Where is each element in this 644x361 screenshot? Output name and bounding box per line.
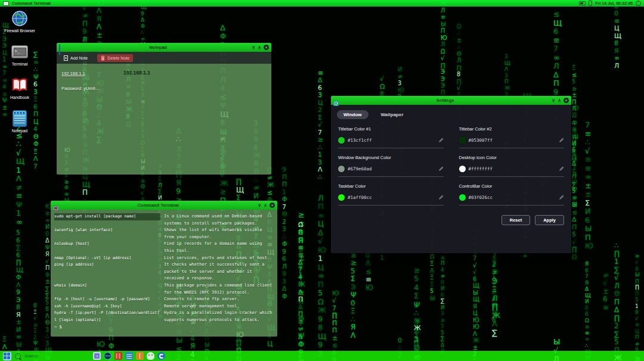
terminal-description: It checks whether it successfully sent a… (164, 262, 274, 282)
color-swatch[interactable] (459, 194, 466, 201)
notepad-blue-icon[interactable] (125, 352, 133, 360)
photos-red-icon[interactable] (114, 352, 122, 360)
browser-swirl-icon[interactable] (157, 352, 165, 360)
settings-window: Settings ∨ ∧ × Window Wallpaper Titlebar… (331, 96, 571, 253)
desktop-icon-label: Notepad (12, 129, 27, 133)
setting-titlebar-color-1: Titlebar Color #1 #13cf1cff (338, 126, 444, 148)
active-window-icon (3, 1, 9, 6)
color-input[interactable]: #1aff00cc (338, 192, 444, 206)
maximize-icon[interactable]: ∧ (258, 45, 261, 50)
color-swatch[interactable] (459, 137, 466, 144)
apply-button[interactable]: Apply (535, 215, 564, 225)
notepad-window: Notepad ∨ ∧ × Add Note Delete Note 192.1… (57, 43, 271, 175)
terminal-titlebar[interactable]: Command Terminal ∨ ∧ × (51, 201, 277, 210)
note-list-item[interactable]: Password: yUm9... (61, 86, 113, 91)
terminal-command: nslookup [host] (54, 241, 160, 248)
notepad-titlebar[interactable]: Notepad ∨ ∧ × (57, 43, 271, 52)
note-list-item[interactable]: 192.168.1.1 (61, 71, 113, 76)
start-menu-button[interactable] (3, 352, 11, 360)
settings-titlebar[interactable]: Settings ∨ ∧ × (331, 96, 571, 105)
gear-icon (333, 98, 339, 103)
edit-pencil-icon[interactable] (559, 192, 564, 203)
terminal-entry: nslookup [host] Find ip records for a do… (54, 241, 274, 254)
setting-controlbar-color: ControlBar Color #03f026cc (459, 183, 565, 206)
terminal-entry: iwconfig [wlan interface] Shows the list… (54, 227, 274, 241)
settings-tabs: Window Wallpaper (331, 105, 571, 122)
color-swatch[interactable] (338, 194, 345, 201)
globe-icon[interactable] (104, 352, 112, 360)
terminal-command: whois [domain] (54, 282, 160, 290)
terminal-command: hydra -T [ip:port] -P [/destination/word… (54, 310, 160, 323)
close-button[interactable]: × (270, 203, 275, 208)
minimize-icon[interactable]: ∨ (252, 45, 255, 50)
desktop-icon-terminal[interactable]: >_ Terminal (2, 43, 37, 76)
setting-titlebar-color-2: Titlebar Color #2 #053007ff (459, 126, 565, 148)
terminal-command: iwconfig [wlan interface] (54, 227, 160, 234)
trash-icon (101, 55, 105, 61)
phone-icon (589, 1, 592, 6)
color-value: #03f026cc (469, 195, 556, 200)
add-note-button[interactable]: Add Note (60, 54, 91, 62)
edit-pencil-icon[interactable] (438, 135, 444, 145)
handbook-orange-icon[interactable] (136, 352, 144, 360)
color-input[interactable]: #053007ff (459, 135, 565, 148)
search-icon[interactable] (15, 353, 21, 359)
edit-pencil-icon[interactable] (438, 163, 444, 174)
maximize-icon[interactable]: ∧ (264, 203, 267, 208)
close-button[interactable]: × (564, 98, 569, 103)
terminal-entry: ping [ip address] It checks whether it s… (54, 262, 274, 282)
terminal-command: nmap [Optional: -sV] [ip address] (54, 255, 160, 262)
minimize-icon[interactable]: ∨ (552, 98, 555, 103)
close-button[interactable]: × (264, 45, 269, 50)
terminal-body: sudo apt-get install [package name] Is a… (51, 210, 277, 337)
terminal-command-list: sudo apt-get install [package name] Is a… (54, 213, 274, 324)
add-file-icon (64, 55, 68, 61)
delete-note-button[interactable]: Delete Note (97, 54, 133, 62)
color-input[interactable]: #13cf1cff (338, 135, 444, 148)
terminal-entry: sudo apt-get install [package name] Is a… (54, 213, 274, 227)
color-settings-grid: Titlebar Color #1 #13cf1cff Titlebar Col… (331, 122, 571, 206)
battery-icon (579, 1, 586, 5)
edit-pencil-icon[interactable] (559, 163, 564, 174)
terminal-command: ssh -h [username@ip] -k [key] (54, 303, 160, 310)
color-swatch[interactable] (338, 137, 345, 144)
settings-actions: Reset Apply (331, 206, 571, 225)
handbook-icon (11, 76, 29, 94)
tab-wallpaper[interactable]: Wallpaper (374, 110, 410, 119)
minimize-icon[interactable]: ∨ (258, 203, 261, 208)
edit-pencil-icon[interactable] (438, 192, 444, 203)
desktop: ЩΣЭЭЦ1∞7∞4≥Ψ±∞ΞΛЖ≤∑≤∴√Щ1Λ≠≡Ψ1∞56∑6∏ЩΦΛ9Э… (0, 0, 644, 361)
color-value: #13cf1cff (348, 138, 435, 143)
setting-window-background-color: Window Background Color #679e60ad (338, 155, 444, 177)
clock: Fri 14 Jul, 00:32:45 (595, 1, 633, 5)
taskbar: Search (0, 351, 644, 361)
apps-grid-icon[interactable] (93, 352, 101, 360)
color-swatch[interactable] (459, 166, 466, 172)
terminal-entry: hydra -T [ip:port] -P [/destination/word… (54, 310, 274, 323)
desktop-icon-handbook[interactable]: Handbook (2, 76, 37, 110)
notepad-toolbar: Add Note Delete Note (57, 52, 271, 64)
power-icon[interactable] (636, 1, 641, 6)
color-value: #679e60ad (348, 166, 435, 172)
color-input[interactable]: #ffffffff (459, 163, 565, 177)
reset-button[interactable]: Reset (501, 215, 530, 225)
command-terminal-window: Command Terminal ∨ ∧ × sudo apt-get inst… (51, 201, 277, 337)
terminal-entry: ftp -h [host] -u [username] -p [password… (54, 296, 274, 303)
desktop-icon-firewall-browser[interactable]: Firewall Browser (2, 10, 37, 43)
ghost-icon[interactable] (147, 352, 154, 360)
terminal-command: ping [ip address] (54, 262, 160, 269)
color-value: #ffffffff (469, 166, 556, 172)
terminal-description: Shows the list of wifi networks visible … (164, 227, 274, 241)
color-swatch[interactable] (338, 166, 345, 172)
edit-pencil-icon[interactable] (559, 135, 564, 145)
setting-desktop-icon-color: Desktop icon Color #ffffffff (459, 155, 565, 177)
color-input[interactable]: #679e60ad (338, 163, 444, 177)
desktop-icon-notepad[interactable]: Notepad (2, 110, 37, 143)
maximize-icon[interactable]: ∧ (558, 98, 561, 103)
search-label[interactable]: Search (24, 354, 38, 358)
field-label: Desktop icon Color (459, 155, 565, 160)
field-label: Window Background Color (338, 155, 444, 160)
tab-window[interactable]: Window (337, 110, 369, 119)
color-value: #1aff00cc (348, 195, 435, 200)
color-input[interactable]: #03f026cc (459, 192, 565, 206)
